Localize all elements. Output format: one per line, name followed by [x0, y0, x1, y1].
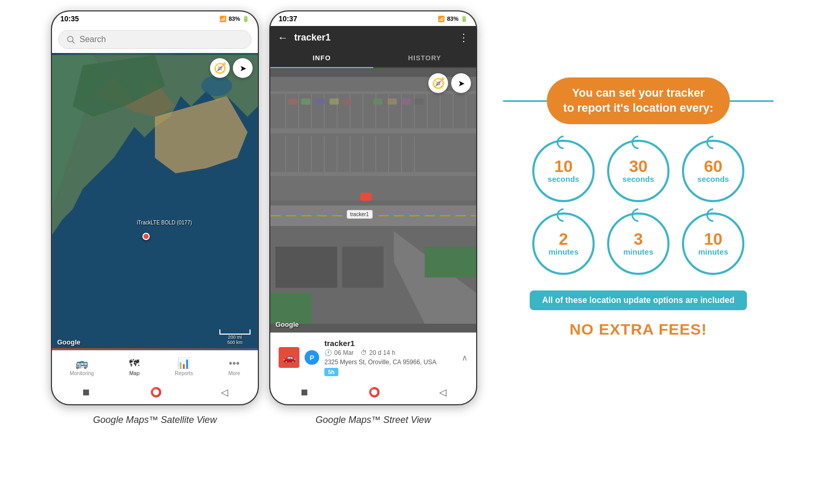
parking-map: tracker1 🧭 ➤ Google: [270, 68, 476, 333]
tracker-meta: 🕐 06 Mar ⏱ 20 d 14 h: [324, 349, 456, 356]
svg-rect-42: [301, 98, 310, 104]
sys-nav-1: ⏹ ⭕ ◁: [52, 382, 258, 404]
battery-1: 83%: [229, 16, 240, 22]
parking-map-area: tracker1 🧭 ➤ Google: [270, 68, 476, 333]
more-button[interactable]: ⋮: [458, 31, 469, 44]
sys-recent-btn-2[interactable]: ⏹: [300, 387, 309, 398]
no-fees-text: NO EXTRA FEES!: [570, 321, 707, 338]
svg-rect-37: [275, 247, 337, 288]
headline-row: You can set your tracker to report it's …: [503, 77, 773, 124]
circle-10min-num: 10: [704, 231, 723, 247]
nav-map-label: Map: [129, 370, 139, 376]
nav-monitoring[interactable]: 🚌 Monitoring: [61, 355, 102, 378]
clock-meta: 🕐 06 Mar: [324, 349, 353, 356]
circle-30sec-unit: seconds: [623, 175, 654, 183]
tab-info[interactable]: INFO: [270, 49, 373, 68]
svg-rect-45: [343, 98, 352, 104]
reports-icon: 📊: [177, 357, 190, 369]
scale-text-bottom: 500 km: [227, 340, 243, 345]
circle-10sec-num: 10: [554, 158, 573, 175]
location-icon-2: ➤: [458, 78, 465, 88]
phone1: 10:35 📶 83% 🔋: [51, 10, 259, 405]
search-container: [52, 26, 258, 53]
tracker-info-row: 🚗 P tracker1 🕐 06 Mar ⏱ 20 d 14 h: [279, 339, 468, 376]
location-button-2[interactable]: ➤: [451, 73, 471, 93]
circle-30sec-num: 30: [629, 158, 648, 175]
phone2-caption: Google Maps™ Street View: [316, 415, 431, 426]
svg-rect-46: [373, 98, 383, 104]
svg-rect-22: [270, 128, 476, 134]
back-button[interactable]: ←: [278, 32, 288, 44]
nav-reports[interactable]: 📊 Reports: [166, 355, 201, 378]
nav-monitoring-label: Monitoring: [70, 370, 94, 376]
compass-icon: 🧭: [214, 62, 227, 74]
circle-10min: 10 minutes: [682, 213, 744, 275]
parking-badge: P: [305, 350, 319, 365]
scale-text-top: 200 mi: [228, 335, 242, 340]
compass-button[interactable]: 🧭: [210, 58, 230, 78]
signal-icon-1: 📶: [219, 16, 227, 22]
sys-home-btn[interactable]: ⭕: [150, 387, 162, 398]
circle-10sec: 10 seconds: [532, 140, 595, 202]
map-icon: 🗺: [129, 357, 139, 369]
location-button[interactable]: ➤: [233, 58, 253, 78]
phone1-caption: Google Maps™ Satellite View: [93, 415, 217, 426]
svg-rect-38: [343, 247, 384, 288]
info-banner: All of these location update options are…: [530, 290, 747, 310]
car-marker-satellite: [142, 233, 150, 240]
phone2-wrapper: 10:37 📶 83% 🔋 ← tracker1 ⋮ INFO HISTORY: [269, 10, 477, 426]
svg-rect-43: [316, 98, 325, 104]
expand-button[interactable]: ∧: [462, 353, 468, 363]
info-headline: You can set your tracker to report it's …: [547, 77, 730, 124]
search-input[interactable]: [80, 35, 244, 44]
circle-2min-unit: minutes: [548, 247, 579, 256]
tracker-title: tracker1: [294, 32, 452, 43]
location-icon: ➤: [240, 63, 246, 73]
tracker-tabs: INFO HISTORY: [270, 49, 476, 68]
svg-rect-39: [425, 247, 476, 277]
circle-3min: 3 minutes: [607, 213, 670, 275]
tracker-header: ← tracker1 ⋮: [270, 26, 476, 49]
search-bar[interactable]: [58, 30, 252, 49]
more-icon: •••: [229, 357, 240, 369]
battery-icon-2: 🔋: [461, 16, 468, 22]
scale-bar: 200 mi 500 km: [219, 329, 251, 345]
infographic-panel: You can set your tracker to report it's …: [488, 10, 789, 405]
sys-recent-btn[interactable]: ⏹: [82, 387, 91, 398]
compass-icon-2: 🧭: [432, 77, 445, 89]
sys-nav-2: ⏹ ⭕ ◁: [270, 382, 476, 404]
svg-rect-21: [270, 91, 476, 94]
svg-rect-49: [414, 98, 424, 104]
tracker-address: 2325 Myers St, Oroville, CA 95966, USA: [324, 359, 456, 366]
circle-2min: 2 minutes: [532, 213, 595, 275]
svg-rect-5: [270, 77, 476, 201]
svg-rect-44: [330, 98, 339, 104]
time-2: 10:37: [279, 15, 297, 23]
time-meta: ⏱ 20 d 14 h: [361, 349, 395, 356]
status-bar-1: 10:35 📶 83% 🔋: [52, 11, 258, 26]
compass-button-2[interactable]: 🧭: [428, 73, 448, 93]
parking-map-svg: [270, 68, 476, 333]
tracker-details: tracker1 🕐 06 Mar ⏱ 20 d 14 h 2325 Myers…: [324, 339, 456, 376]
monitoring-icon: 🚌: [75, 357, 88, 369]
nav-more[interactable]: ••• More: [220, 355, 248, 378]
nav-map[interactable]: 🗺 Map: [121, 355, 148, 378]
tracker-thumbnail: 🚗: [279, 347, 299, 368]
tracker-info-panel: 🚗 P tracker1 🕐 06 Mar ⏱ 20 d 14 h: [270, 333, 476, 382]
clock-icon: 🕐: [324, 349, 332, 356]
svg-line-1: [72, 41, 74, 43]
sys-back-btn[interactable]: ◁: [221, 387, 228, 398]
time-1: 10:35: [60, 15, 79, 23]
sys-back-btn-2[interactable]: ◁: [439, 387, 447, 398]
tab-history[interactable]: HISTORY: [373, 49, 476, 67]
timer-icon: ⏱: [361, 349, 367, 356]
battery-icon-1: 🔋: [242, 16, 250, 22]
phone2: 10:37 📶 83% 🔋 ← tracker1 ⋮ INFO HISTORY: [269, 10, 477, 405]
svg-point-0: [68, 36, 73, 42]
svg-rect-41: [288, 98, 298, 104]
circle-60sec-num: 60: [704, 158, 723, 175]
circle-3min-unit: minutes: [623, 247, 653, 256]
svg-rect-48: [401, 98, 411, 104]
sys-home-btn-2[interactable]: ⭕: [369, 387, 380, 398]
svg-rect-47: [388, 98, 397, 104]
